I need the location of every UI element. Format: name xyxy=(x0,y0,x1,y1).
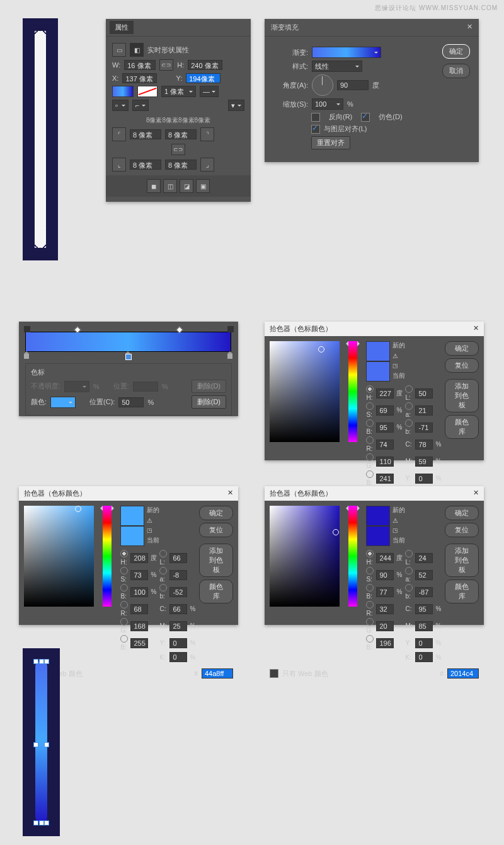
stops-label: 色标 xyxy=(31,368,226,377)
delete1-button: 删除(D) xyxy=(192,380,226,393)
pathop-2[interactable]: ◫ xyxy=(163,179,177,193)
opacity-label: 不透明度: xyxy=(31,382,60,391)
close-icon[interactable]: ✕ xyxy=(473,489,479,498)
cancel-button[interactable]: 取消 xyxy=(442,64,470,78)
new-color-swatch xyxy=(120,506,144,526)
reverse-checkbox[interactable] xyxy=(311,113,320,122)
stop-3[interactable] xyxy=(227,353,232,359)
hue-slider[interactable] xyxy=(348,506,357,607)
properties-panel: 属性 ▭ ◧ 实时形状属性 W: 16 像素 ⊂⊃ H: 240 像素 X: 1… xyxy=(106,19,251,202)
saturation-field[interactable] xyxy=(270,506,340,607)
midpoint-1[interactable] xyxy=(74,326,81,333)
close-icon[interactable]: ✕ xyxy=(473,324,479,334)
corner-bl-icon: ⌞ xyxy=(112,158,126,172)
h-input[interactable]: 227 xyxy=(376,388,394,399)
stop-1[interactable] xyxy=(24,353,29,359)
stop-2[interactable] xyxy=(125,353,130,359)
warning-icon[interactable]: ⚠ xyxy=(392,517,405,524)
cp-reset-button[interactable]: 复位 xyxy=(445,358,479,373)
corner-br-input[interactable]: 8 像素 xyxy=(165,160,197,170)
dither-checkbox[interactable] xyxy=(361,113,370,122)
cp-ok-button[interactable]: 确定 xyxy=(445,506,479,520)
x-input[interactable]: 137 像素 xyxy=(122,73,157,83)
cp-lib-button[interactable]: 颜色库 xyxy=(445,415,479,439)
gradient-dropdown[interactable] xyxy=(312,47,381,58)
cp-add-button[interactable]: 添加到色板 xyxy=(445,544,479,577)
hex-input[interactable]: 2014c4 xyxy=(447,668,479,679)
corner-br-icon: ⌟ xyxy=(200,158,214,172)
y-label: Y: xyxy=(176,74,182,82)
close-icon[interactable]: ✕ xyxy=(227,489,233,498)
gradient-strip[interactable] xyxy=(25,332,231,352)
h-radio[interactable] xyxy=(366,385,374,393)
cp-lib-button[interactable]: 颜色库 xyxy=(445,580,479,603)
cap-dropdown[interactable]: ▫ xyxy=(112,100,129,111)
corner-tl-input[interactable]: 8 像素 xyxy=(130,129,161,139)
scale-dropdown[interactable]: 100 xyxy=(312,98,343,110)
warning-icon[interactable]: ⚠ xyxy=(147,517,159,524)
corner-tr-input[interactable]: 8 像素 xyxy=(165,129,197,139)
angle-dial[interactable] xyxy=(312,74,333,96)
h-radio[interactable] xyxy=(366,550,374,557)
scale-label: 缩放(S): xyxy=(273,100,308,109)
stroke-style-dropdown[interactable]: — xyxy=(200,86,219,97)
saturation-field[interactable] xyxy=(270,341,340,442)
align-checkbox[interactable] xyxy=(311,125,320,134)
align-dropdown[interactable]: ▾ xyxy=(228,100,244,111)
fill-swatch[interactable] xyxy=(112,86,134,97)
delete2-button[interactable]: 删除(D) xyxy=(192,395,226,409)
gradient-fill-dialog: 渐变填充 ✕ 渐变: 样式: 线性 角度(A): 90 度 缩放(S): 100… xyxy=(265,19,479,162)
stop-color-swatch[interactable] xyxy=(50,397,76,408)
height-input[interactable]: 240 像素 xyxy=(188,60,222,70)
properties-tab[interactable]: 属性 xyxy=(110,21,134,34)
saturation-field[interactable] xyxy=(24,506,94,607)
angle-label: 角度(A): xyxy=(273,81,308,90)
angle-input[interactable]: 90 xyxy=(337,80,369,90)
gradient-editor: 色标 不透明度: % 位置: % 删除(D) 颜色: 位置(C): 50 % 删… xyxy=(19,322,238,416)
y-input[interactable]: 194像素 xyxy=(186,73,220,83)
cp-add-button[interactable]: 添加到色板 xyxy=(445,379,479,412)
new-color-swatch xyxy=(366,341,390,361)
pathop-4[interactable]: ▣ xyxy=(196,179,210,193)
h-input[interactable]: 208 xyxy=(130,553,148,563)
stroke-swatch[interactable] xyxy=(137,86,158,97)
stroke-width-dropdown[interactable]: 1 像素 xyxy=(161,86,196,97)
ok-button[interactable]: 确定 xyxy=(442,44,470,59)
cp-ok-button[interactable]: 确定 xyxy=(199,506,233,520)
cube-icon[interactable]: ◳ xyxy=(147,527,159,533)
width-input[interactable]: 16 像素 xyxy=(124,60,156,70)
pos1-label: 位置: xyxy=(113,382,129,391)
cube-icon[interactable]: ◳ xyxy=(392,363,405,369)
corner-bl-input[interactable]: 8 像素 xyxy=(130,160,161,170)
pos2-input[interactable]: 50 xyxy=(118,397,144,407)
new-color-swatch xyxy=(366,506,390,526)
link-wh-icon[interactable]: ⊂⊃ xyxy=(159,59,173,71)
warning-icon[interactable]: ⚠ xyxy=(392,353,405,359)
cp-reset-button[interactable]: 复位 xyxy=(445,523,479,537)
style-dropdown[interactable]: 线性 xyxy=(312,61,362,72)
hue-slider[interactable] xyxy=(103,506,112,607)
current-color-swatch xyxy=(366,361,390,382)
cp-title: 拾色器（色标颜色） xyxy=(24,489,86,498)
cube-icon[interactable]: ◳ xyxy=(392,527,405,533)
pathop-3[interactable]: ◪ xyxy=(180,179,193,193)
shape-preview-gradient xyxy=(23,648,60,836)
h-radio[interactable] xyxy=(120,550,128,557)
pathop-1[interactable]: ◼ xyxy=(147,179,161,193)
cp-reset-button[interactable]: 复位 xyxy=(199,523,233,537)
midpoint-2[interactable] xyxy=(176,326,183,333)
shape-icon: ▭ xyxy=(112,43,126,57)
cp-lib-button[interactable]: 颜色库 xyxy=(199,580,233,603)
h-input[interactable]: 244 xyxy=(376,553,394,563)
link-corners-icon[interactable]: ⊂⊃ xyxy=(171,144,185,155)
join-dropdown[interactable]: ⌐ xyxy=(132,100,149,111)
close-icon[interactable]: ✕ xyxy=(467,23,472,32)
cp-add-button[interactable]: 添加到色板 xyxy=(199,544,233,577)
web-only-checkbox[interactable] xyxy=(270,669,278,678)
cp-title: 拾色器（色标颜色） xyxy=(270,489,332,498)
reset-align-button[interactable]: 重置对齐 xyxy=(311,136,350,149)
hue-slider[interactable] xyxy=(348,341,357,442)
hex-input[interactable]: 44a8ff xyxy=(202,668,233,679)
cp-ok-button[interactable]: 确定 xyxy=(445,341,479,356)
dialog-title: 渐变填充 xyxy=(271,23,299,32)
